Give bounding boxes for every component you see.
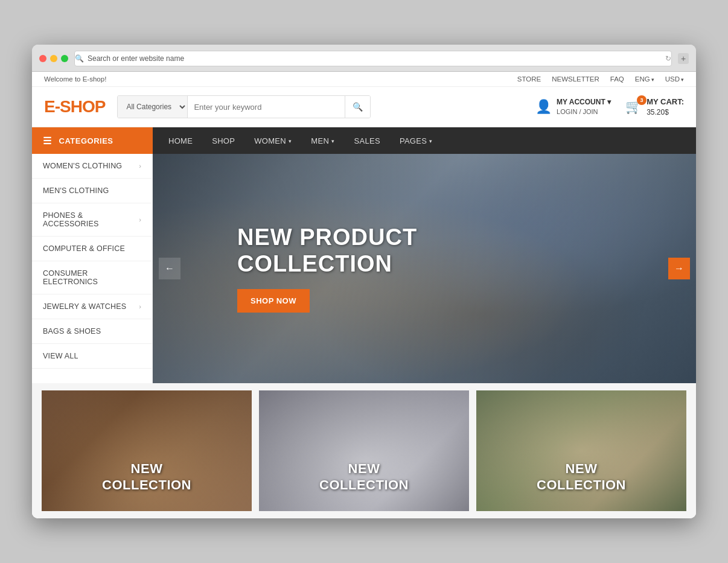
- cart-area[interactable]: 🛒 3 MY CART: 35.20$: [625, 97, 684, 118]
- account-label: MY ACCOUNT ▾: [557, 97, 611, 107]
- navbar: ☰ CATEGORIES HOME SHOP WOMEN▾ MEN▾ SALES…: [32, 127, 696, 154]
- account-sub: LOGIN / JOIN: [557, 108, 598, 115]
- top-bar-right: STORE NEWSLETTER FAQ ENG▾ USD▾: [517, 75, 684, 83]
- store-page: Welcome to E-shop! STORE NEWSLETTER FAQ …: [32, 72, 696, 518]
- faq-link[interactable]: FAQ: [610, 75, 624, 83]
- nav-home[interactable]: HOME: [159, 127, 202, 154]
- minimize-button[interactable]: [50, 55, 57, 62]
- main-content: WOMEN'S CLOTHING › MEN'S CLOTHING PHONES…: [32, 154, 696, 383]
- categories-tab[interactable]: ☰ CATEGORIES: [32, 127, 153, 154]
- browser-chrome: 🔍 Search or enter website name ↻ +: [32, 45, 696, 72]
- header-actions: 👤 MY ACCOUNT ▾ LOGIN / JOIN 🛒 3: [535, 97, 684, 118]
- hamburger-icon: ☰: [43, 135, 52, 147]
- search-area: All Categories 🔍: [117, 95, 371, 118]
- women-arrow: ▾: [289, 138, 292, 144]
- nav-shop[interactable]: SHOP: [202, 127, 244, 154]
- banner-3-content: NEW COLLECTION: [476, 461, 686, 493]
- sidebar-item-computer[interactable]: COMPUTER & OFFICE: [32, 237, 152, 261]
- logo[interactable]: E-SHOP: [44, 97, 105, 116]
- banner-item-2[interactable]: NEW COLLECTION: [259, 390, 469, 511]
- store-link[interactable]: STORE: [517, 75, 541, 83]
- welcome-text: Welcome to E-shop!: [44, 75, 106, 83]
- account-arrow: ▾: [607, 98, 611, 106]
- sidebar-item-jewelry[interactable]: JEWELRY & WATCHES ›: [32, 294, 152, 319]
- hero-title: NEW PRODUCT COLLECTION: [237, 224, 417, 277]
- chevron-right-icon-3: ›: [139, 303, 141, 310]
- account-area[interactable]: 👤 MY ACCOUNT ▾ LOGIN / JOIN: [535, 97, 611, 116]
- sidebar-item-bags[interactable]: BAGS & SHOES: [32, 319, 152, 344]
- sidebar-item-womens-clothing[interactable]: WOMEN'S CLOTHING ›: [32, 154, 152, 179]
- slider-prev-button[interactable]: ←: [159, 258, 180, 279]
- search-icon: 🔍: [75, 54, 84, 63]
- category-select[interactable]: All Categories: [118, 96, 188, 118]
- chevron-right-icon: ›: [139, 162, 141, 170]
- slider-next-button[interactable]: →: [668, 258, 690, 279]
- new-tab-button[interactable]: +: [678, 53, 689, 64]
- nav-men[interactable]: MEN▾: [301, 127, 344, 154]
- hero-content: NEW PRODUCT COLLECTION SHOP NOW: [153, 224, 417, 313]
- search-button[interactable]: 🔍: [345, 96, 370, 118]
- cart-icon-wrap: 🛒 3: [625, 99, 642, 115]
- account-text: MY ACCOUNT ▾ LOGIN / JOIN: [557, 97, 611, 116]
- men-arrow: ▾: [331, 138, 334, 144]
- hero-banner: NEW PRODUCT COLLECTION SHOP NOW ← →: [153, 154, 696, 383]
- categories-label: CATEGORIES: [59, 136, 113, 145]
- cart-label: MY CART:: [647, 97, 684, 107]
- banner-item-3[interactable]: NEW COLLECTION: [476, 390, 686, 511]
- lang-arrow: ▾: [651, 77, 654, 83]
- nav-women[interactable]: WOMEN▾: [244, 127, 301, 154]
- sidebar-item-view-all[interactable]: VIEW ALL: [32, 344, 152, 369]
- traffic-lights: [39, 55, 68, 62]
- nav-sales[interactable]: SALES: [344, 127, 389, 154]
- sidebar-item-electronics[interactable]: CONSUMER ELECTRONICS: [32, 261, 152, 294]
- user-icon: 👤: [535, 99, 552, 115]
- cart-text: MY CART: 35.20$: [647, 97, 684, 118]
- banner-item-1[interactable]: NEW COLLECTION: [42, 390, 252, 511]
- sidebar: WOMEN'S CLOTHING › MEN'S CLOTHING PHONES…: [32, 154, 153, 383]
- lang-selector[interactable]: ENG▾: [635, 75, 654, 83]
- chevron-right-icon-2: ›: [139, 216, 141, 223]
- close-button[interactable]: [39, 55, 46, 62]
- nav-links: HOME SHOP WOMEN▾ MEN▾ SALES PAGES▾: [153, 127, 449, 154]
- logo-accent: E: [44, 97, 55, 116]
- refresh-icon: ↻: [665, 54, 671, 63]
- currency-selector[interactable]: USD▾: [665, 75, 684, 83]
- header: E-SHOP All Categories 🔍 👤 MY ACCOUNT ▾: [32, 87, 696, 127]
- top-bar: Welcome to E-shop! STORE NEWSLETTER FAQ …: [32, 72, 696, 87]
- bottom-banners: NEW COLLECTION NEW COLLECTION NEW COLLEC…: [32, 383, 696, 518]
- nav-pages[interactable]: PAGES▾: [390, 127, 442, 154]
- logo-text: -SHOP: [55, 97, 106, 116]
- cart-amount: 35.20$: [647, 108, 669, 116]
- sidebar-item-mens-clothing[interactable]: MEN'S CLOTHING: [32, 179, 152, 203]
- banner-1-content: NEW COLLECTION: [42, 461, 252, 493]
- address-text: Search or enter website name: [88, 54, 184, 63]
- maximize-button[interactable]: [61, 55, 68, 62]
- search-input[interactable]: [188, 96, 345, 118]
- sidebar-item-phones[interactable]: PHONES & ACCESSORIES ›: [32, 203, 152, 237]
- hero-section: NEW PRODUCT COLLECTION SHOP NOW ← →: [153, 154, 696, 383]
- pages-arrow: ▾: [429, 138, 432, 144]
- currency-arrow: ▾: [681, 77, 684, 83]
- shop-now-button[interactable]: SHOP NOW: [237, 289, 310, 313]
- newsletter-link[interactable]: NEWSLETTER: [552, 75, 599, 83]
- banner-2-content: NEW COLLECTION: [259, 461, 469, 493]
- address-bar[interactable]: 🔍 Search or enter website name ↻: [74, 51, 672, 66]
- cart-badge: 3: [637, 95, 647, 105]
